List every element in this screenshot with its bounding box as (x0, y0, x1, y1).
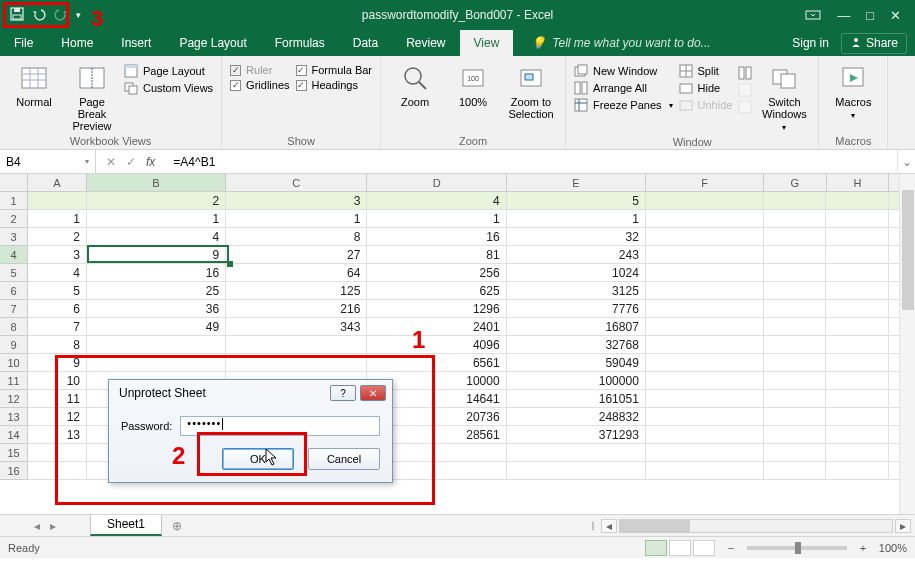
col-header-F[interactable]: F (646, 174, 764, 192)
cell[interactable] (646, 444, 764, 462)
cell[interactable] (28, 192, 87, 210)
tab-page-layout[interactable]: Page Layout (165, 30, 260, 56)
tab-data[interactable]: Data (339, 30, 392, 56)
cell[interactable] (764, 246, 827, 264)
cell[interactable] (646, 282, 764, 300)
row-header[interactable]: 7 (0, 300, 28, 318)
cell[interactable] (826, 444, 889, 462)
cell[interactable]: 8 (28, 336, 87, 354)
cell[interactable]: 32768 (507, 336, 646, 354)
custom-views-button[interactable]: Custom Views (124, 81, 213, 95)
tab-view[interactable]: View (460, 30, 514, 56)
cell[interactable]: 6 (28, 300, 87, 318)
cell[interactable] (764, 318, 827, 336)
cell[interactable]: 100000 (507, 372, 646, 390)
cell[interactable] (646, 318, 764, 336)
zoom-level[interactable]: 100% (879, 542, 907, 554)
cell[interactable] (226, 336, 367, 354)
zoom-button[interactable]: Zoom (389, 60, 441, 108)
maximize-icon[interactable]: □ (866, 8, 874, 23)
cell[interactable] (826, 228, 889, 246)
close-icon[interactable]: ✕ (890, 8, 901, 23)
cell[interactable] (826, 264, 889, 282)
cell[interactable]: 1 (28, 210, 87, 228)
zoom-slider[interactable] (747, 546, 847, 550)
normal-view-button[interactable]: Normal (8, 60, 60, 108)
zoom-100-button[interactable]: 100100% (447, 60, 499, 108)
arrange-all-button[interactable]: Arrange All (574, 81, 672, 95)
minimize-icon[interactable]: — (837, 8, 850, 23)
cell[interactable]: 16 (367, 228, 506, 246)
dialog-help-button[interactable]: ? (330, 385, 356, 401)
cell[interactable] (826, 462, 889, 480)
share-button[interactable]: Share (841, 33, 907, 54)
cell[interactable]: 27 (226, 246, 367, 264)
formula-input[interactable]: =A4^B1 (165, 150, 897, 173)
redo-icon[interactable] (54, 7, 68, 24)
cell[interactable] (646, 210, 764, 228)
cell[interactable]: 256 (367, 264, 506, 282)
cell[interactable] (764, 300, 827, 318)
row-header[interactable]: 13 (0, 408, 28, 426)
cell[interactable]: 4 (87, 228, 226, 246)
zoom-selection-button[interactable]: Zoom to Selection (505, 60, 557, 120)
cell[interactable]: 7 (28, 318, 87, 336)
cell[interactable]: 2401 (367, 318, 506, 336)
macros-button[interactable]: Macros▾ (827, 60, 879, 122)
col-header-E[interactable]: E (507, 174, 646, 192)
cell[interactable]: 25 (87, 282, 226, 300)
cancel-button[interactable]: Cancel (308, 448, 380, 470)
cell[interactable] (826, 318, 889, 336)
ok-button[interactable]: OK (222, 448, 294, 470)
cell[interactable]: 4 (367, 192, 506, 210)
formula-bar-checkbox[interactable]: Formula Bar (296, 64, 373, 76)
zoom-out-icon[interactable]: − (725, 542, 737, 554)
row-header[interactable]: 4 (0, 246, 28, 264)
tab-formulas[interactable]: Formulas (261, 30, 339, 56)
cell[interactable] (646, 372, 764, 390)
cell[interactable] (646, 462, 764, 480)
freeze-panes-button[interactable]: Freeze Panes▾ (574, 98, 672, 112)
row-header[interactable]: 2 (0, 210, 28, 228)
cell[interactable] (764, 192, 827, 210)
col-header-D[interactable]: D (367, 174, 506, 192)
cell[interactable] (826, 390, 889, 408)
row-header[interactable]: 6 (0, 282, 28, 300)
row-header[interactable]: 14 (0, 426, 28, 444)
tab-file[interactable]: File (0, 30, 47, 56)
cell[interactable]: 11 (28, 390, 87, 408)
accept-formula-icon[interactable]: ✓ (126, 155, 136, 169)
cell[interactable]: 343 (226, 318, 367, 336)
page-layout-view-icon[interactable] (669, 540, 691, 556)
cell[interactable] (28, 462, 87, 480)
cell[interactable] (646, 246, 764, 264)
cell[interactable]: 7776 (507, 300, 646, 318)
cell[interactable]: 625 (367, 282, 506, 300)
cell[interactable]: 13 (28, 426, 87, 444)
cell[interactable] (764, 264, 827, 282)
col-header-G[interactable]: G (764, 174, 827, 192)
cell[interactable] (826, 426, 889, 444)
formula-expand-icon[interactable]: ⌄ (897, 150, 915, 173)
col-header-B[interactable]: B (87, 174, 226, 192)
name-box[interactable]: B4▾ (0, 150, 96, 173)
cell[interactable] (764, 282, 827, 300)
cell[interactable] (507, 462, 646, 480)
fx-icon[interactable]: fx (146, 155, 155, 169)
cell[interactable] (826, 192, 889, 210)
cell[interactable]: 59049 (507, 354, 646, 372)
cell[interactable] (764, 426, 827, 444)
cell[interactable]: 5 (28, 282, 87, 300)
horizontal-scrollbar[interactable]: ⁞ ◂▸ (585, 515, 915, 536)
cell[interactable]: 1 (87, 210, 226, 228)
split-button[interactable]: Split (679, 64, 733, 78)
cell[interactable]: 4 (28, 264, 87, 282)
cell[interactable] (87, 354, 226, 372)
new-window-button[interactable]: New Window (574, 64, 672, 78)
cell[interactable] (826, 246, 889, 264)
cell[interactable] (646, 408, 764, 426)
sheet-tab-active[interactable]: Sheet1 (90, 515, 162, 536)
qat-dropdown-icon[interactable]: ▾ (76, 10, 81, 20)
cell[interactable]: 1 (507, 210, 646, 228)
cell[interactable] (764, 372, 827, 390)
